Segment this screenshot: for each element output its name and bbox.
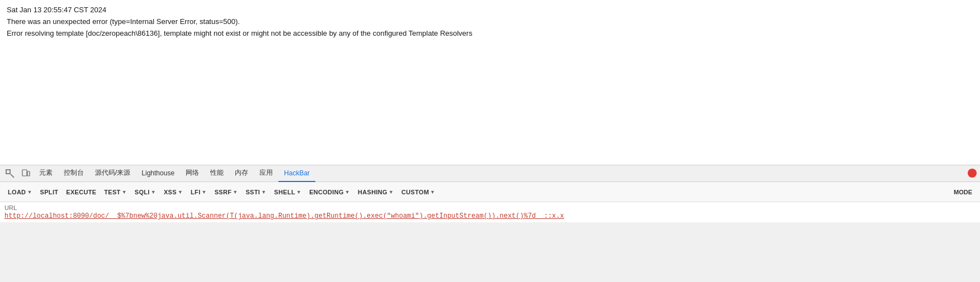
tab-lighthouse[interactable]: Lighthouse	[136, 165, 180, 182]
ssti-button[interactable]: SSTI ▼	[242, 187, 269, 197]
split-button[interactable]: SPLIT	[37, 187, 62, 197]
ssrf-button[interactable]: SSRF ▼	[211, 187, 242, 197]
custom-dropdown-arrow: ▼	[430, 189, 435, 195]
svg-rect-3	[27, 171, 30, 176]
encoding-dropdown-arrow: ▼	[345, 189, 350, 195]
execute-button[interactable]: EXECUTE	[63, 187, 100, 197]
error-line-2: There was an unexpected error (type=Inte…	[7, 16, 973, 28]
ssrf-dropdown-arrow: ▼	[233, 189, 238, 195]
error-content: Sat Jan 13 20:55:47 CST 2024 There was a…	[0, 0, 980, 145]
tab-sources[interactable]: 源代码/来源	[89, 165, 136, 182]
shell-button[interactable]: SHELL ▼	[271, 187, 305, 197]
hackbar-url-area: URL http://localhost:8090/doc/__$%7bnew%…	[0, 202, 980, 222]
load-button[interactable]: LOAD ▼	[4, 187, 36, 197]
tab-elements[interactable]: 元素	[34, 165, 58, 182]
tab-network[interactable]: 网络	[180, 165, 205, 182]
custom-button[interactable]: CUSTOM ▼	[398, 187, 438, 197]
lfi-button[interactable]: LFI ▼	[187, 187, 210, 197]
tab-application[interactable]: 应用	[254, 165, 278, 182]
devtools-indicator	[968, 169, 977, 178]
test-dropdown-arrow: ▼	[122, 189, 127, 195]
device-mode-icon[interactable]	[18, 166, 34, 181]
svg-rect-0	[6, 170, 10, 174]
tab-console[interactable]: 控制台	[58, 165, 89, 182]
error-line-1: Sat Jan 13 20:55:47 CST 2024	[7, 4, 973, 16]
tab-hackbar[interactable]: HackBar	[278, 165, 315, 182]
tab-memory[interactable]: 内存	[229, 165, 254, 182]
load-dropdown-arrow: ▼	[27, 189, 32, 195]
lfi-dropdown-arrow: ▼	[202, 189, 207, 195]
hackbar-toolbar: LOAD ▼ SPLIT EXECUTE TEST ▼ SQLI ▼ XSS ▼…	[0, 182, 980, 202]
hashing-button[interactable]: HASHING ▼	[354, 187, 397, 197]
hashing-dropdown-arrow: ▼	[389, 189, 394, 195]
url-label: URL	[4, 204, 976, 211]
url-value[interactable]: http://localhost:8090/doc/__$%7bnew%20ja…	[4, 212, 976, 220]
shell-dropdown-arrow: ▼	[296, 189, 301, 195]
inspect-element-icon[interactable]	[2, 166, 18, 181]
xss-dropdown-arrow: ▼	[178, 189, 183, 195]
devtools-panel: 元素 控制台 源代码/来源 Lighthouse 网络 性能 内存 应用 Hac…	[0, 165, 980, 282]
encoding-button[interactable]: ENCODING ▼	[306, 187, 353, 197]
sqli-dropdown-arrow: ▼	[151, 189, 156, 195]
devtools-tabbar: 元素 控制台 源代码/来源 Lighthouse 网络 性能 内存 应用 Hac…	[0, 165, 980, 182]
test-button[interactable]: TEST ▼	[101, 187, 130, 197]
xss-button[interactable]: XSS ▼	[160, 187, 186, 197]
svg-line-1	[11, 174, 14, 178]
tab-performance[interactable]: 性能	[205, 165, 229, 182]
svg-rect-2	[22, 170, 27, 176]
ssti-dropdown-arrow: ▼	[261, 189, 266, 195]
sqli-button[interactable]: SQLI ▼	[131, 187, 159, 197]
mode-button[interactable]: MODE	[950, 187, 976, 197]
error-line-3: Error resolving template [doc/zeropeach\…	[7, 28, 973, 40]
